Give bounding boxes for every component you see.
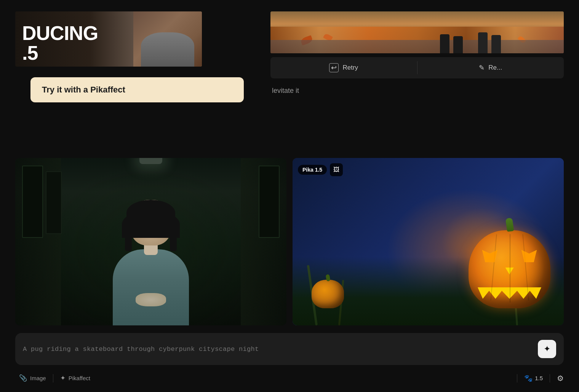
intro-line2: .5	[22, 43, 98, 63]
version-button[interactable]: 🐾 1.5	[524, 374, 543, 382]
app-container: DUCING .5 Try it with a Pikaffect	[0, 0, 579, 392]
retry-button[interactable]: ↩ Retry	[270, 57, 417, 78]
person-overlay	[133, 11, 202, 67]
pika-image-button[interactable]: 🖼	[330, 163, 343, 176]
pikaffect-label: Pikaffect	[69, 375, 90, 381]
generate-button[interactable]: ✦	[538, 340, 556, 358]
input-bar: A pug riding a skateboard through cyberp…	[15, 333, 564, 365]
retry-label: Retry	[342, 64, 358, 72]
toolbar-divider-2	[517, 374, 517, 382]
pika-badge-container: Pika 1.5 🖼	[298, 163, 343, 176]
toolbar-right-group: 🐾 1.5 ⚙	[514, 374, 564, 383]
intro-text-block: DUCING .5	[22, 23, 98, 63]
main-pumpkin	[469, 230, 552, 318]
door-frame-1	[22, 166, 43, 238]
toolbar-divider-1	[53, 374, 53, 382]
door-frame-2	[46, 171, 62, 234]
paperclip-icon: 📎	[19, 374, 27, 382]
door-frame-3	[259, 166, 280, 238]
generate-icon: ✦	[544, 344, 550, 354]
bottom-toolbar: 📎 Image ✦ Pikaffect 🐾 1.5 ⚙	[0, 369, 579, 392]
top-right-video[interactable]	[270, 11, 564, 53]
settings-button[interactable]: ⚙	[557, 374, 564, 383]
left-column: DUCING .5 Try it with a Pikaffect	[15, 11, 259, 151]
intro-video-card[interactable]: DUCING .5	[15, 11, 202, 67]
wand-icon: ✦	[60, 374, 66, 382]
autumn-scene	[270, 11, 564, 53]
intro-line1: DUCING	[22, 23, 98, 43]
retry-icon: ↩	[329, 63, 339, 72]
video-cards-section: Pika 1.5 🖼	[0, 151, 579, 325]
image-label: Image	[30, 375, 46, 381]
prompt-input[interactable]: A pug riding a skateboard through cyberp…	[23, 346, 533, 353]
ceiling-light	[139, 158, 162, 164]
version-label: 1.5	[535, 375, 543, 381]
pikaffect-button[interactable]: ✦ Pikaffect	[56, 372, 94, 384]
pika-version-label: Pika 1.5	[298, 165, 327, 175]
input-section: A pug riding a skateboard through cyberp…	[0, 325, 579, 369]
action-bar: ↩ Retry ✎ Re...	[270, 57, 564, 78]
pikaffect-banner-text: Try it with a Pikaffect	[42, 85, 125, 95]
regen-icon: ✎	[479, 64, 485, 72]
prompt-display: levitate it	[270, 87, 564, 95]
girl-figure	[101, 219, 200, 325]
image-icon: 🖼	[333, 166, 339, 173]
sliders-icon: ⚙	[557, 374, 564, 383]
right-column: ↩ Retry ✎ Re... levitate it	[267, 11, 564, 151]
pumpkin-video-card[interactable]: Pika 1.5 🖼	[293, 158, 564, 325]
horror-video-card[interactable]	[15, 158, 286, 325]
paw-icon: 🐾	[524, 374, 533, 382]
toolbar-divider-3	[550, 374, 550, 382]
regen-label: Re...	[488, 64, 502, 72]
small-pumpkin	[312, 280, 346, 310]
top-section: DUCING .5 Try it with a Pikaffect	[0, 0, 579, 151]
image-button[interactable]: 📎 Image	[15, 372, 50, 384]
regen-button[interactable]: ✎ Re...	[417, 57, 564, 78]
pikaffect-banner[interactable]: Try it with a Pikaffect	[30, 77, 244, 102]
